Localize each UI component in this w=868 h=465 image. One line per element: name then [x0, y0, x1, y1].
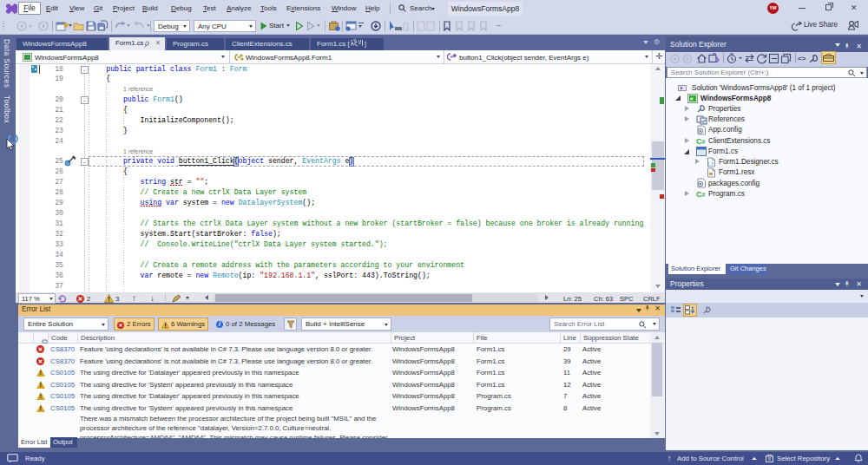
svg-text:#: #: [702, 192, 706, 198]
svg-text:#: #: [702, 139, 706, 145]
